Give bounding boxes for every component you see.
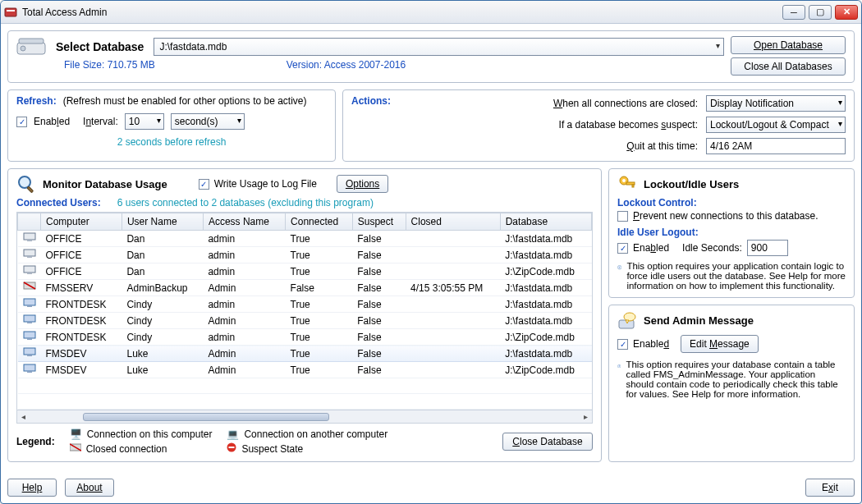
col-computer[interactable]: Computer (41, 213, 122, 231)
minimize-button[interactable]: ─ (782, 5, 805, 20)
col-connected[interactable]: Connected (286, 213, 353, 231)
cell-computer: OFFICE (41, 231, 122, 247)
cell-user-name: Dan (122, 247, 203, 263)
cell-access-name: admin (203, 329, 285, 346)
cell-database: J:\fastdata.mdb (500, 247, 591, 263)
row-status-icon (18, 346, 41, 362)
admin-msg-info-text: This option requires your database conta… (626, 360, 846, 399)
cell-computer: FMSSERV (41, 280, 122, 296)
interval-value-select[interactable]: 10 (125, 113, 164, 130)
svg-rect-17 (24, 315, 35, 322)
suspect-select[interactable]: Lockout/Logout & Compact (706, 117, 846, 133)
horizontal-scrollbar[interactable]: ◂ ▸ (17, 410, 592, 423)
cell-connected: True (286, 346, 353, 362)
table-row[interactable]: OFFICEDanadminTrueFalseJ:\ZipCode.mdb (18, 263, 592, 280)
cell-connected: True (286, 263, 353, 280)
actions-panel: Actions: When all connections are closed… (342, 89, 855, 162)
cell-access-name: admin (203, 247, 285, 263)
write-log-checkbox[interactable] (199, 179, 209, 190)
monitor-panel: Monitor Database Usage Write Usage to Lo… (7, 168, 602, 462)
scroll-thumb[interactable] (83, 413, 329, 421)
cell-suspect: False (352, 313, 406, 329)
idle-enabled-checkbox[interactable] (617, 243, 628, 254)
table-row[interactable]: FRONTDESKCindyadminTrueFalseJ:\fastdata.… (18, 296, 592, 313)
database-path-dropdown[interactable]: J:\fastdata.mdb (154, 38, 724, 56)
open-database-button[interactable]: Open Database (731, 36, 846, 54)
cell-computer: OFFICE (41, 247, 122, 263)
cell-access-name: admin (203, 296, 285, 313)
row-status-icon (18, 263, 41, 280)
cell-database: J:\ZipCode.mdb (500, 263, 591, 280)
cell-closed (406, 313, 500, 329)
col-user-name[interactable]: User Name (122, 213, 203, 231)
when-closed-select[interactable]: Display Notification (706, 95, 846, 112)
col-icon[interactable] (18, 213, 41, 231)
cell-user-name: Dan (122, 231, 203, 247)
refresh-enabled-checkbox[interactable] (16, 117, 27, 127)
cell-user-name: Cindy (122, 296, 203, 313)
scroll-right-icon[interactable]: ▸ (580, 411, 591, 423)
cell-computer: FRONTDESK (41, 296, 122, 313)
svg-rect-20 (27, 338, 32, 340)
col-access-name[interactable]: Access Name (203, 213, 285, 231)
exit-button[interactable]: Exit (805, 479, 855, 497)
refresh-panel: Refresh: (Refresh must be enabled for ot… (7, 89, 336, 162)
col-suspect[interactable]: Suspect (352, 213, 406, 231)
cell-connected: False (286, 280, 353, 296)
cell-database: J:\fastdata.mdb (500, 280, 591, 296)
table-row[interactable]: FMSDEVLukeAdminTrueFalseJ:\ZipCode.mdb (18, 362, 592, 378)
about-button[interactable]: About (65, 479, 114, 497)
info-icon: i (617, 360, 621, 373)
when-closed-label: When all connections are closed: (553, 98, 698, 109)
cell-access-name: Admin (203, 346, 285, 362)
cell-user-name: Luke (122, 346, 203, 362)
cell-closed (406, 346, 500, 362)
cell-closed (406, 247, 500, 263)
maximize-button[interactable]: ▢ (809, 5, 832, 20)
actions-header: Actions: (351, 95, 391, 154)
table-row[interactable]: FRONTDESKCindyAdminTrueFalseJ:\fastdata.… (18, 313, 592, 329)
cell-connected: True (286, 362, 353, 378)
admin-msg-enabled-checkbox[interactable] (617, 339, 628, 350)
cell-access-name: Admin (203, 313, 285, 329)
cell-suspect: False (352, 280, 406, 296)
cell-closed (406, 329, 500, 346)
other-pc-icon: 💻 (227, 428, 239, 440)
cell-access-name: admin (203, 263, 285, 280)
cell-closed: 4/15 3:05:55 PM (406, 280, 500, 296)
row-status-icon (18, 231, 41, 247)
cell-suspect: False (352, 247, 406, 263)
row-status-icon (18, 313, 41, 329)
col-closed[interactable]: Closed (406, 213, 500, 231)
write-log-label: Write Usage to Log File (214, 178, 317, 190)
table-row[interactable]: OFFICEDanadminTrueFalseJ:\fastdata.mdb (18, 231, 592, 247)
table-row[interactable]: FRONTDESKCindyadminTrueFalseJ:\ZipCode.m… (18, 329, 592, 346)
interval-unit-select[interactable]: second(s) (171, 113, 245, 130)
close-all-databases-button[interactable]: Close All Databases (731, 57, 846, 76)
prevent-connections-checkbox[interactable] (617, 211, 628, 222)
quit-time-field[interactable]: 4/16 2AM (706, 138, 846, 154)
users-table[interactable]: ComputerUser NameAccess NameConnectedSus… (17, 213, 592, 424)
scroll-left-icon[interactable]: ◂ (17, 411, 29, 423)
cell-suspect: False (352, 296, 406, 313)
options-button[interactable]: Options (337, 175, 388, 193)
lockout-panel: Lockout/Idle Users Lockout Control: Prev… (608, 168, 855, 298)
suspect-label: If a database becomes suspect: (553, 119, 698, 131)
cell-computer: OFFICE (41, 263, 122, 280)
cell-user-name: Luke (122, 362, 203, 378)
idle-seconds-field[interactable]: 900 (747, 240, 788, 256)
table-row[interactable]: OFFICEDanadminTrueFalseJ:\fastdata.mdb (18, 247, 592, 263)
lockout-title: Lockout/Idle Users (644, 178, 739, 190)
help-button[interactable]: Help (7, 479, 57, 497)
close-button[interactable]: ✕ (835, 5, 858, 20)
svg-rect-16 (27, 305, 32, 307)
svg-rect-24 (27, 371, 32, 373)
col-database[interactable]: Database (500, 213, 591, 231)
table-row[interactable]: FMSSERVAdminBackupAdminFalseFalse4/15 3:… (18, 280, 592, 296)
svg-rect-4 (19, 39, 44, 44)
edit-message-button[interactable]: Edit Message (681, 335, 759, 353)
table-row[interactable]: FMSDEVLukeAdminTrueFalseJ:\fastdata.mdb (18, 346, 592, 362)
cell-computer: FMSDEV (41, 346, 122, 362)
cell-suspect: False (352, 329, 406, 346)
close-database-button[interactable]: Close Database (502, 433, 593, 451)
